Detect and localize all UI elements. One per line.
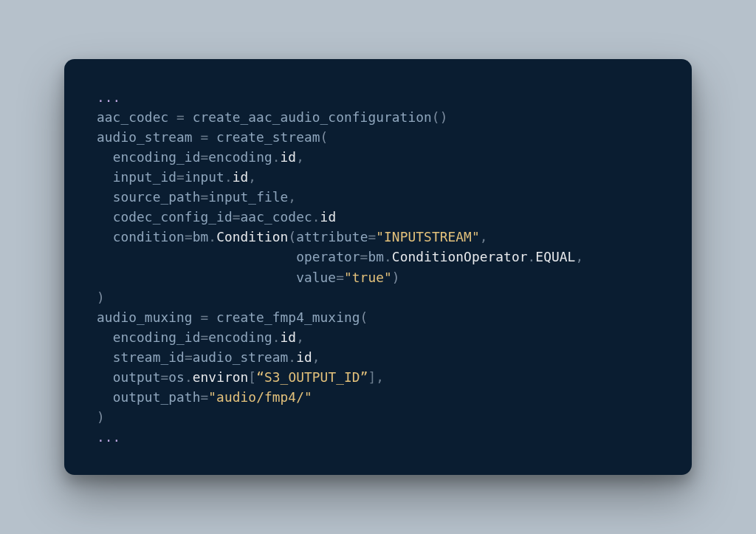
string-inputstream: "INPUTSTREAM" [376,229,479,244]
param-encoding-id: encoding_id [113,149,201,165]
ellipsis-top: ... [97,89,120,105]
param-output-path: output_path [113,389,201,405]
string-audio-fmp4: "audio/fmp4/" [208,389,312,405]
param-output: output [113,369,161,385]
string-true: "true" [344,270,392,285]
ident-audio-muxing: audio_muxing [97,309,193,325]
page-background: ... aac_codec = create_aac_audio_configu… [0,0,756,534]
param-condition: condition [113,229,185,244]
param-codec-config-id: codec_config_id [113,209,233,225]
fn-create-aac: create_aac_audio_configuration [193,109,432,125]
param-source-path: source_path [113,189,201,205]
code-card: ... aac_codec = create_aac_audio_configu… [64,59,692,475]
fn-create-fmp4-muxing: create_fmp4_muxing [216,309,360,325]
param-input-id: input_id [113,169,176,185]
fn-create-stream: create_stream [216,129,320,145]
code-block[interactable]: ... aac_codec = create_aac_audio_configu… [97,87,668,447]
param-encoding-id-2: encoding_id [113,329,201,345]
ellipsis-bottom: ... [97,429,120,445]
param-stream-id: stream_id [113,349,185,365]
ident-audio-stream: audio_stream [97,129,193,145]
ident-aac-codec: aac_codec [97,109,168,125]
string-s3-output-id: “S3_OUTPUT_ID” [256,369,368,385]
